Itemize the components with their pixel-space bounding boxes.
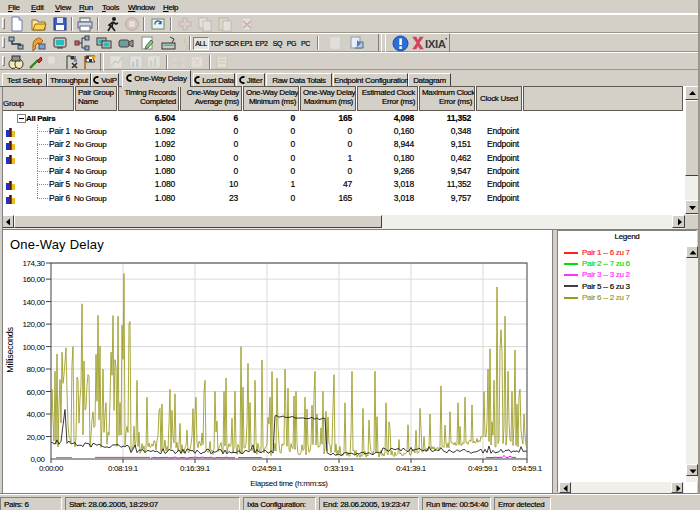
svg-text:0:41:39.1: 0:41:39.1 bbox=[396, 464, 427, 473]
svg-text:0:00:00: 0:00:00 bbox=[39, 464, 64, 473]
svg-text:0:16:39.1: 0:16:39.1 bbox=[180, 464, 211, 473]
svg-text:0:54:59.1: 0:54:59.1 bbox=[512, 464, 543, 473]
svg-text:20,00: 20,00 bbox=[26, 433, 45, 442]
svg-text:0:24:59.1: 0:24:59.1 bbox=[252, 464, 283, 473]
svg-text:40,00: 40,00 bbox=[26, 410, 45, 419]
svg-text:0:49:59.1: 0:49:59.1 bbox=[468, 464, 499, 473]
svg-text:60,00: 60,00 bbox=[26, 388, 45, 397]
svg-text:IXIA: IXIA bbox=[425, 38, 446, 50]
svg-text:One-Way Delay: One-Way Delay bbox=[10, 237, 104, 252]
svg-text:160,00: 160,00 bbox=[22, 275, 45, 284]
svg-text:174,30: 174,30 bbox=[22, 259, 45, 268]
svg-text:100,00: 100,00 bbox=[22, 343, 45, 352]
svg-text:0,00: 0,00 bbox=[31, 455, 46, 464]
svg-text:120,00: 120,00 bbox=[22, 320, 45, 329]
svg-text:140,00: 140,00 bbox=[22, 298, 45, 307]
svg-text:Milliseconds: Milliseconds bbox=[5, 326, 15, 372]
svg-text:Elapsed time (h:mm:ss): Elapsed time (h:mm:ss) bbox=[250, 479, 328, 488]
svg-text:0:33:19.1: 0:33:19.1 bbox=[324, 464, 355, 473]
svg-text:80,00: 80,00 bbox=[26, 365, 45, 374]
svg-text:0:08:19.1: 0:08:19.1 bbox=[108, 464, 139, 473]
